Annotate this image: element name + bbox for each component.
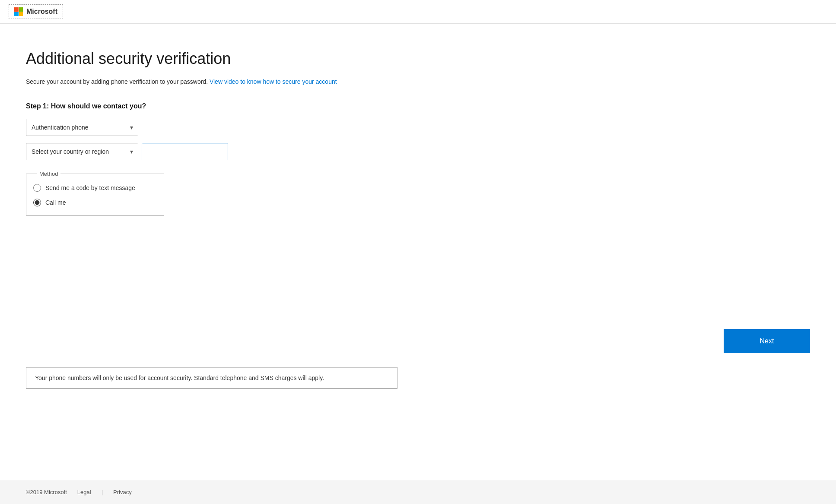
- subtitle-text: Secure your account by adding phone veri…: [26, 78, 406, 85]
- country-dropdown-wrapper[interactable]: Select your country or region United Sta…: [26, 143, 138, 160]
- footer-legal-link[interactable]: Legal: [77, 489, 91, 495]
- microsoft-logo-box[interactable]: Microsoft: [9, 4, 63, 19]
- logo-yellow: [19, 12, 23, 16]
- header: Microsoft: [0, 0, 836, 24]
- footer: ©2019 Microsoft Legal | Privacy: [0, 480, 836, 504]
- radio-option-call-me[interactable]: Call me: [33, 199, 153, 206]
- radio-option-text-message[interactable]: Send me a code by text message: [33, 184, 153, 192]
- logo-red: [14, 7, 19, 12]
- subtitle-link[interactable]: View video to know how to secure your ac…: [210, 78, 337, 85]
- radio-text-message-label: Send me a code by text message: [45, 184, 135, 191]
- notice-text: Your phone numbers will only be used for…: [35, 374, 324, 381]
- phone-row: Select your country or region United Sta…: [26, 143, 406, 160]
- phone-number-input[interactable]: [142, 143, 228, 160]
- radio-call-me-label: Call me: [45, 199, 66, 206]
- microsoft-logo-grid: [14, 7, 23, 16]
- logo-blue: [14, 12, 19, 16]
- country-select[interactable]: Select your country or region United Sta…: [26, 143, 138, 160]
- method-fieldset: Method Send me a code by text message Ca…: [26, 171, 164, 216]
- content-wrapper: Additional security verification Secure …: [0, 24, 836, 504]
- page-title: Additional security verification: [26, 50, 406, 68]
- contact-method-dropdown-container: Authentication phone Office phone Mobile…: [26, 119, 406, 136]
- footer-copyright: ©2019 Microsoft: [26, 489, 67, 495]
- method-legend: Method: [37, 171, 60, 177]
- footer-privacy-link[interactable]: Privacy: [113, 489, 132, 495]
- contact-method-select[interactable]: Authentication phone Office phone Mobile…: [26, 119, 138, 136]
- notice-box: Your phone numbers will only be used for…: [26, 367, 397, 389]
- next-button[interactable]: Next: [724, 329, 810, 353]
- footer-divider: |: [102, 489, 103, 495]
- radio-text-message[interactable]: [33, 184, 41, 192]
- microsoft-logo-text: Microsoft: [26, 8, 57, 16]
- next-button-container: Next: [0, 329, 836, 353]
- radio-call-me[interactable]: [33, 199, 41, 206]
- contact-method-dropdown-wrapper[interactable]: Authentication phone Office phone Mobile…: [26, 119, 138, 136]
- logo-green: [19, 7, 23, 12]
- subtitle-static: Secure your account by adding phone veri…: [26, 78, 208, 85]
- main-content: Additional security verification Secure …: [0, 24, 432, 338]
- step-heading: Step 1: How should we contact you?: [26, 102, 406, 110]
